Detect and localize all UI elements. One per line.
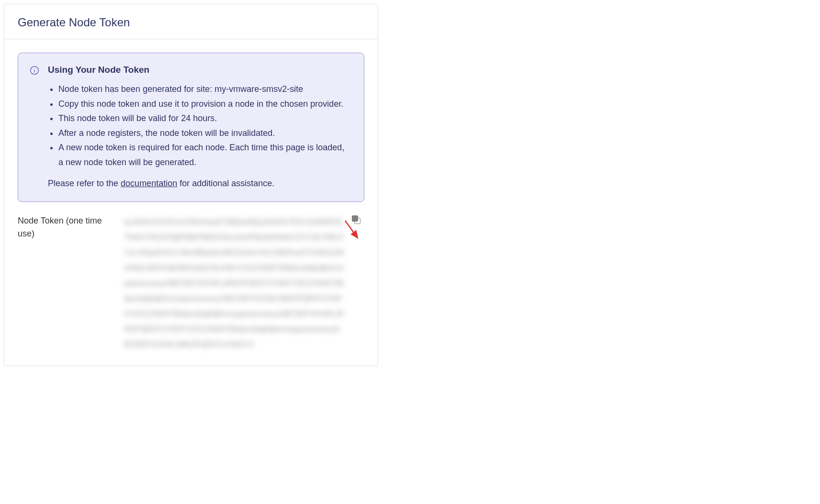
info-list-item: After a node registers, the node token w… (58, 126, 350, 141)
info-list-item: This node token will be valid for 24 hou… (58, 111, 350, 126)
info-footer-prefix: Please refer to the (48, 179, 121, 188)
info-footer-suffix: for additional assistance. (177, 179, 274, 188)
info-list: Node token has been generated for site: … (48, 82, 350, 170)
panel-header: Generate Node Token (4, 4, 378, 39)
info-icon (30, 66, 39, 75)
documentation-link[interactable]: documentation (121, 179, 177, 188)
page-title: Generate Node Token (18, 16, 364, 29)
info-footer: Please refer to the documentation for ad… (48, 177, 350, 190)
svg-point-2 (34, 68, 35, 69)
info-list-item: Copy this node token and use it to provi… (58, 97, 350, 112)
info-list-item: A new node token is required for each no… (58, 140, 350, 169)
info-list-item: Node token has been generated for site: … (58, 82, 350, 97)
copy-token-button[interactable] (352, 215, 362, 226)
info-heading: Using Your Node Token (48, 65, 350, 75)
token-label: Node Token (one time use) (18, 214, 118, 240)
info-box: Using Your Node Token Node token has bee… (18, 53, 364, 202)
info-content: Using Your Node Token Node token has bee… (48, 65, 350, 190)
panel-body: Using Your Node Token Node token has bee… (4, 39, 378, 366)
token-row: Node Token (one time use) eyJhbGciOiJSUz… (18, 214, 364, 352)
token-value-redacted: eyJhbGciOiJSUzI1NiIsImtpZCI6IjQwNjQyNzE4… (124, 214, 344, 352)
generate-node-token-panel: Generate Node Token Using Your Node Toke… (4, 4, 378, 366)
